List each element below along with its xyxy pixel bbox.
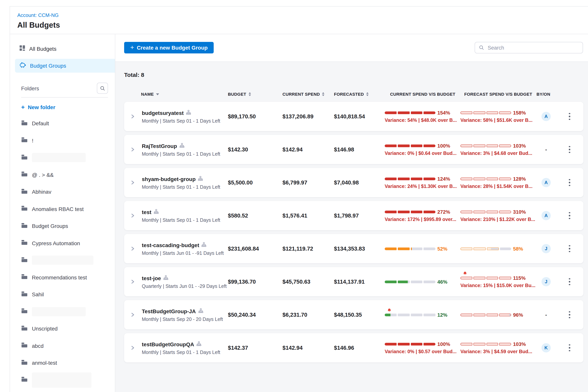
row-menu-button[interactable] xyxy=(567,111,573,122)
current-vs-budget-bar xyxy=(385,343,436,346)
search-icon xyxy=(100,86,105,91)
row-menu-button[interactable] xyxy=(567,177,573,188)
folder-item[interactable]: Cypress Automation xyxy=(10,234,115,252)
column-label: CURRENT SPEND xyxy=(282,92,320,96)
table-row[interactable]: testBudgetGroupQAMonthly | Starts Sep 01… xyxy=(124,333,584,362)
forecast-vs-budget-bar-line: 103% xyxy=(460,341,526,347)
table-row[interactable]: test-joeQuarterly | Starts Jun 01 - -29 … xyxy=(124,267,584,296)
current-vs-budget-percent-label: 52% xyxy=(437,246,447,252)
create-budget-group-button[interactable]: + Create a new Budget Group xyxy=(124,42,214,54)
forecasted-value: $134,353.83 xyxy=(332,234,385,263)
column-header-forecasted[interactable]: FORECASTED xyxy=(332,92,385,96)
row-menu-button[interactable] xyxy=(567,243,573,254)
folder-item[interactable]: Anomalies RBAC test xyxy=(10,200,115,218)
row-expander[interactable] xyxy=(124,333,141,362)
row-expander[interactable] xyxy=(124,102,141,131)
redacted-folder-label xyxy=(32,372,92,388)
app-frame: Account: CCM-NG All Budgets All Budgets xyxy=(10,6,588,392)
sort-icon xyxy=(322,92,324,96)
budget-group-name: budgetsuryatest xyxy=(142,110,184,116)
avatar: A xyxy=(542,178,551,187)
bar-segment xyxy=(474,247,486,250)
table-row[interactable]: TestBudgetGroup-JAMonthly | Starts Sep 2… xyxy=(124,300,584,329)
row-expander[interactable] xyxy=(124,234,141,263)
forecast-vs-budget-bar-line: 103% xyxy=(460,143,526,149)
bar-segment xyxy=(474,178,486,180)
column-header-current-spend[interactable]: CURRENT SPEND xyxy=(280,92,332,96)
forecast-vs-budget-cell: 58% xyxy=(460,234,536,263)
folder-item-redacted[interactable] xyxy=(10,372,115,388)
avatar: A xyxy=(542,112,551,121)
folder-item[interactable]: Recommendations test xyxy=(10,269,115,286)
row-expander[interactable] xyxy=(124,267,141,296)
column-header-budget[interactable]: BUDGET xyxy=(226,92,280,96)
folder-icon xyxy=(21,257,28,264)
row-menu-button[interactable] xyxy=(567,276,573,288)
search-input[interactable] xyxy=(487,44,579,51)
folder-item-redacted[interactable] xyxy=(10,149,115,166)
bar-segment xyxy=(411,314,422,316)
row-expander[interactable] xyxy=(124,300,141,329)
piggy-bank-icon xyxy=(19,62,26,70)
forecast-vs-budget-bar xyxy=(460,343,511,346)
folder-item-redacted[interactable] xyxy=(10,388,115,392)
budget-group-name-cell: TestBudgetGroup-JAMonthly | Starts Sep 2… xyxy=(141,300,226,329)
row-expander[interactable] xyxy=(124,135,141,164)
row-menu-button[interactable] xyxy=(567,210,573,222)
bar-segment xyxy=(460,210,472,213)
search-box xyxy=(475,42,583,54)
table-row[interactable]: budgetsuryatestMonthly | Starts Sep 01 -… xyxy=(124,102,584,131)
sidebar-item-all-budgets[interactable]: All Budgets xyxy=(15,42,115,56)
table-row[interactable]: test-cascading-budgetMonthly | Starts Ju… xyxy=(124,234,584,263)
folder-icon xyxy=(21,359,28,367)
table-row[interactable]: shyam-budget-groupMonthly | Starts Sep 0… xyxy=(124,168,584,197)
by-on-cell: - xyxy=(536,135,556,164)
folder-icon xyxy=(21,325,28,332)
bar-segment xyxy=(398,247,410,250)
bar-segment xyxy=(500,247,511,250)
current-vs-budget-variance-text: Variance: 0% | $0.64 over Bud... xyxy=(385,151,456,156)
table-row[interactable]: testMonthly | Starts Sep 01 - 1 Days Lef… xyxy=(124,201,584,230)
bar-segment xyxy=(385,178,396,180)
folder-item[interactable]: Abhinav xyxy=(10,183,115,200)
folder-item[interactable]: anmol-test xyxy=(10,354,115,372)
row-menu-button[interactable] xyxy=(567,342,573,354)
row-expander[interactable] xyxy=(124,168,141,197)
column-label: NAME xyxy=(141,92,154,96)
new-folder-button[interactable]: + New folder xyxy=(21,104,115,111)
folder-item[interactable]: Sahil xyxy=(10,286,115,303)
folder-icon xyxy=(21,137,28,144)
bar-segment xyxy=(398,280,410,283)
sidebar-item-budget-groups[interactable]: Budget Groups xyxy=(15,59,115,73)
bar-segment xyxy=(486,112,498,114)
column-header-name[interactable]: NAME xyxy=(141,92,226,96)
folder-item[interactable]: Default xyxy=(10,115,115,132)
new-folder-label: New folder xyxy=(28,104,55,110)
budget-value: $142.37 xyxy=(226,333,280,362)
folder-item[interactable]: abcd xyxy=(10,337,115,354)
folder-search-button[interactable] xyxy=(97,83,108,94)
row-menu-button[interactable] xyxy=(567,309,573,321)
bar-segment xyxy=(460,112,472,114)
table-row[interactable]: RajTestGroupMonthly | Starts Sep 01 - 1 … xyxy=(124,135,584,164)
current-vs-budget-variance-text: Variance: 24% | $1.30K over B... xyxy=(385,184,457,189)
budget-period-subtitle: Quarterly | Starts Jun 01 - -29 Days Lef… xyxy=(142,284,226,289)
bar-segment xyxy=(460,343,472,346)
by-on-cell: J xyxy=(536,267,556,296)
row-menu-button[interactable] xyxy=(567,144,573,156)
current-vs-budget-cell: 272%Variance: 172% | $995.89 over... xyxy=(385,201,460,230)
budget-value: $231,608.84 xyxy=(226,234,280,263)
row-expander[interactable] xyxy=(124,201,141,230)
folder-item[interactable]: @ . > && xyxy=(10,166,115,183)
forecast-vs-budget-bar-line: 128% xyxy=(460,176,526,182)
folder-item[interactable]: ! xyxy=(10,132,115,149)
hierarchy-icon xyxy=(154,208,159,216)
folder-item-redacted[interactable] xyxy=(10,252,115,269)
folder-item-redacted[interactable] xyxy=(10,303,115,320)
forecast-vs-budget-variance-text: Variance: 3% | $4.59 over Bud... xyxy=(460,349,532,354)
forecasted-value: $48,150.35 xyxy=(332,300,385,329)
folder-item[interactable]: Budget Groups xyxy=(10,218,115,234)
forecast-vs-budget-cell: 158%Variance: 58% | $51.6K over B... xyxy=(460,102,536,131)
account-breadcrumb-link[interactable]: Account: CCM-NG xyxy=(17,12,58,18)
folder-item[interactable]: Unscripted xyxy=(10,320,115,337)
